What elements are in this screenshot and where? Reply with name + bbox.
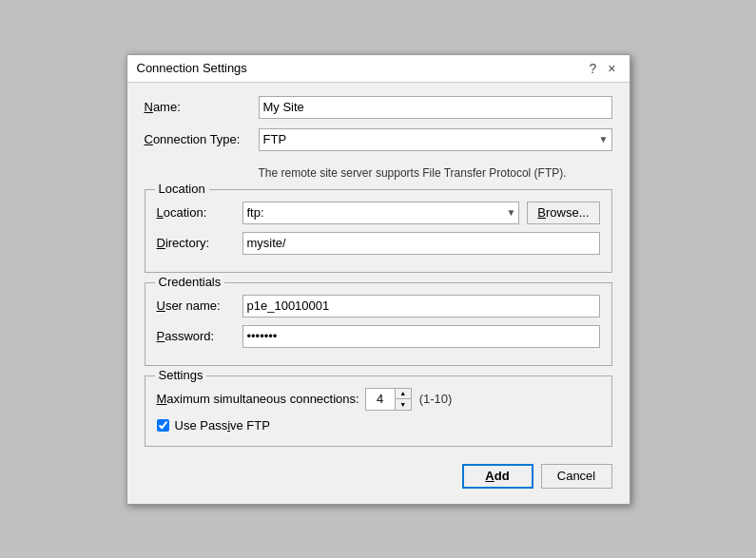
location-label: Location:: [157, 205, 242, 220]
password-input[interactable]: [242, 325, 600, 348]
max-connections-input[interactable]: [366, 389, 395, 410]
location-section-inner: Location: ftp: ▼ Browse... Directory:: [157, 198, 600, 255]
passive-ftp-label[interactable]: Use Passive FTP: [175, 418, 270, 433]
credentials-section-inner: User name: Password:: [157, 291, 600, 348]
cancel-button[interactable]: Cancel: [541, 464, 612, 489]
connection-type-wrapper: FTP SFTP WebDAV ▼: [259, 128, 612, 151]
title-bar: Connection Settings ? ×: [127, 55, 630, 83]
connection-type-select[interactable]: FTP SFTP WebDAV: [259, 128, 612, 151]
settings-section: Settings Maximum simultaneous connection…: [145, 375, 612, 447]
help-icon[interactable]: ?: [586, 61, 601, 76]
directory-label: Directory:: [157, 236, 242, 250]
close-icon[interactable]: ×: [604, 61, 619, 76]
browse-button[interactable]: Browse...: [527, 202, 599, 224]
settings-section-inner: Maximum simultaneous connections: ▲ ▼ (1…: [157, 384, 600, 433]
location-row: Location: ftp: ▼ Browse...: [157, 202, 600, 224]
connection-type-row: Connection Type: FTP SFTP WebDAV ▼: [145, 128, 612, 151]
password-label: Password:: [157, 329, 242, 343]
location-select-wrapper: ftp: ▼: [242, 202, 520, 224]
password-row: Password:: [157, 325, 600, 348]
max-connections-row: Maximum simultaneous connections: ▲ ▼ (1…: [157, 388, 600, 411]
directory-input[interactable]: [242, 232, 600, 255]
spinner-down-button[interactable]: ▼: [396, 399, 411, 410]
passive-ftp-checkbox[interactable]: [157, 419, 169, 432]
range-text: (1-10): [419, 392, 453, 406]
info-text: The remote site server supports File Tra…: [145, 161, 612, 183]
max-connections-spinner: ▲ ▼: [365, 388, 412, 411]
location-legend: Location: [155, 182, 209, 196]
dialog-body: Name: Connection Type: FTP SFTP WebDAV ▼…: [127, 83, 630, 504]
name-input[interactable]: [259, 96, 612, 119]
title-bar-controls: ? ×: [586, 61, 620, 76]
username-input[interactable]: [242, 295, 600, 317]
name-row: Name:: [145, 96, 612, 119]
location-section: Location Location: ftp: ▼ Browse...: [145, 189, 612, 273]
button-row: Add Cancel: [145, 456, 612, 492]
spinner-up-button[interactable]: ▲: [396, 389, 411, 400]
location-select[interactable]: ftp:: [242, 202, 520, 224]
spinner-buttons: ▲ ▼: [395, 389, 411, 410]
max-connections-label: Maximum simultaneous connections:: [157, 392, 359, 406]
connection-settings-dialog: Connection Settings ? × Name: Connection…: [126, 54, 630, 505]
credentials-legend: Credentials: [155, 275, 225, 289]
name-label: Name:: [145, 100, 259, 114]
connection-type-label: Connection Type:: [145, 132, 259, 146]
settings-legend: Settings: [155, 368, 207, 382]
passive-ftp-row: Use Passive FTP: [157, 418, 600, 433]
credentials-section: Credentials User name: Password:: [145, 282, 612, 366]
dialog-title: Connection Settings: [137, 61, 247, 75]
username-row: User name:: [157, 295, 600, 317]
add-button[interactable]: Add: [462, 464, 533, 489]
directory-row: Directory:: [157, 232, 600, 255]
username-label: User name:: [157, 298, 242, 313]
